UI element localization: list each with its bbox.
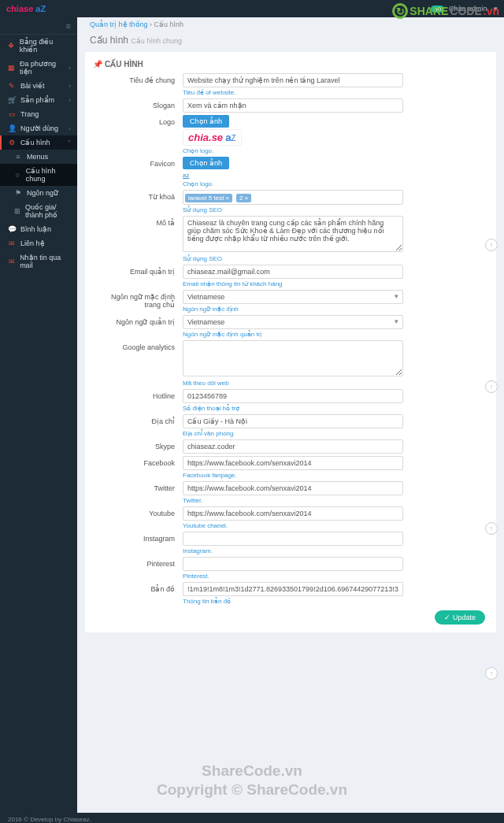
description-textarea[interactable]: Chiaseaz là chuyên trang cung cấp các sả… [183, 216, 403, 252]
slogan-input[interactable] [183, 98, 403, 113]
instagram-input[interactable] [183, 532, 403, 546]
sidebar-item-posts[interactable]: ✎Bài viết‹ [0, 79, 77, 93]
scroll-top-button[interactable]: ↑ [485, 239, 498, 251]
scroll-top-button[interactable]: ↑ [485, 380, 498, 393]
sidebar-sub-language[interactable]: ⚑Ngôn ngữ [0, 186, 77, 200]
pinterest-input[interactable] [183, 557, 403, 571]
arrow-up-icon: ↑ [490, 525, 494, 532]
help-text: Số điện thoại hỗ trợ [183, 403, 488, 412]
tag-remove-icon[interactable]: × [225, 195, 229, 202]
scroll-top-button[interactable]: ↑ [485, 522, 498, 535]
list-icon: ≡ [14, 153, 22, 161]
help-text: Ngôn ngữ mặc định [183, 304, 488, 313]
help-text: Email nhận thông tin từ khách hàng [183, 279, 488, 287]
help-text: Facebook fanpage. [183, 470, 488, 479]
sidebar-item-contact[interactable]: ✉Liên hệ [0, 236, 77, 250]
sidebar-item-config[interactable]: ⚙Cấu hình˅ [0, 135, 77, 150]
title-input[interactable] [183, 73, 403, 87]
sidebar-sub-menus[interactable]: ≡Menus [0, 150, 77, 164]
choose-logo-button[interactable]: Chọn ảnh [183, 115, 229, 128]
dashboard-icon: ❖ [8, 42, 15, 50]
flag-icon: ⚑ [14, 189, 22, 197]
user-icon: 👤 [8, 124, 16, 132]
choose-favicon-button[interactable]: Chọn ảnh [183, 157, 229, 169]
skype-input[interactable] [183, 439, 403, 454]
menu-icon: ≡ [66, 21, 71, 31]
facebook-input[interactable] [183, 456, 403, 470]
site-lang-select[interactable]: Vietnamese [183, 290, 403, 304]
panel-title: 📌CẤU HÌNH [93, 60, 488, 73]
arrow-up-icon: ↑ [490, 241, 494, 249]
sidebar-item-pages[interactable]: ▭Trang [0, 107, 77, 121]
label-site-lang: Ngôn ngữ mặc định trang chủ [93, 290, 183, 309]
label-keywords: Từ khoá [93, 190, 183, 201]
tag: 2× [236, 194, 251, 202]
arrow-up-icon: ↑ [490, 383, 494, 391]
media-icon: ▦ [8, 64, 15, 72]
label-facebook: Facebook [93, 456, 183, 467]
config-panel: 📌CẤU HÌNH Tiêu đề chung Tiêu đề of websi… [85, 52, 496, 632]
help-text: Mã theo dõi web [183, 378, 488, 387]
mail-icon: ✉ [8, 239, 16, 247]
youtube-input[interactable] [183, 506, 403, 521]
label-slogan: Slogan [93, 98, 183, 109]
scroll-top-button[interactable]: ↑ [485, 667, 498, 680]
brand-logo[interactable]: chiase aZ [6, 4, 46, 13]
label-admin-lang: Ngôn ngữ quản trị [93, 315, 183, 326]
arrow-up-icon: ↑ [490, 669, 494, 677]
help-text: Twitter. [183, 495, 488, 504]
sidebar-item-comments[interactable]: 💬Bình luận [0, 222, 77, 236]
logo-preview: chia.se aZ [183, 129, 242, 146]
update-button[interactable]: ✓ Update [435, 610, 485, 625]
label-email: Email quản trị [93, 265, 183, 276]
sidebar: ≡ ❖Bảng điều khiển ▦Đa phương tiện‹ ✎Bài… [0, 17, 77, 813]
label-description: Mô tả [93, 216, 183, 227]
email-input[interactable] [183, 265, 403, 279]
tag-remove-icon[interactable]: × [245, 195, 249, 202]
label-twitter: Twitter [93, 481, 183, 492]
page-icon: ▭ [8, 110, 16, 118]
label-youtube: Youtube [93, 506, 183, 517]
sharecode-watermark-logo: SHARECODE.vn [392, 3, 499, 19]
admin-lang-select[interactable]: Vietnamese [183, 315, 403, 329]
help-text: Ngôn ngữ mặc định quản trị [183, 329, 488, 338]
help-text: Youtube chanel. [183, 521, 488, 529]
sidebar-item-users[interactable]: 👤Người dùng‹ [0, 121, 77, 135]
label-pinterest: Pinterest [93, 557, 183, 568]
sidebar-sub-country[interactable]: ⊞Quốc gia/ thành phố [0, 200, 77, 222]
main-content: Quản trị hệ thống › Cấu hình Cấu hình Cấ… [77, 17, 504, 813]
sidebar-item-media[interactable]: ▦Đa phương tiện‹ [0, 57, 77, 79]
label-title: Tiêu đề chung [93, 73, 183, 84]
label-favicon: Favicon [93, 157, 183, 168]
help-text: Chọn logo. [183, 146, 488, 154]
label-hotline: Hotline [93, 389, 183, 400]
gear-icon: ⚙ [8, 139, 16, 146]
help-text: Thông tin bản đồ [183, 596, 488, 605]
footer: 2016 © Develop by Chiaseaz. [0, 813, 504, 823]
ga-textarea[interactable] [183, 340, 403, 376]
help-text: Pinterest. [183, 571, 488, 580]
hotline-input[interactable] [183, 389, 403, 403]
sidebar-toggle[interactable]: ≡ [0, 17, 77, 35]
sidebar-item-products[interactable]: 🛒Sản phẩm‹ [0, 93, 77, 107]
help-text: Sử dụng SEO [183, 254, 488, 262]
mail-icon: ✉ [8, 258, 15, 265]
map-input[interactable] [183, 582, 403, 596]
page-title: Cấu hình Cấu hình chung [82, 32, 499, 52]
label-instagram: Instagram [93, 532, 183, 543]
chevron-left-icon: ‹ [69, 83, 71, 90]
comment-icon: 💬 [8, 225, 16, 233]
help-text: Tiêu đề of website. [183, 87, 488, 96]
sidebar-item-newsletter[interactable]: ✉Nhận tin qua mail [0, 250, 77, 272]
help-text: Chọn logo. [183, 179, 488, 187]
sidebar-item-dashboard[interactable]: ❖Bảng điều khiển [0, 35, 77, 57]
breadcrumb-link[interactable]: Quản trị hệ thống [90, 20, 148, 28]
label-address: Địa chỉ [93, 414, 183, 425]
twitter-input[interactable] [183, 481, 403, 495]
address-input[interactable] [183, 414, 403, 428]
pin-icon: 📌 [93, 60, 102, 69]
grid-icon: ⊞ [14, 207, 20, 215]
cart-icon: 🛒 [8, 96, 16, 104]
tags-input[interactable]: laravel 5 test× 2× [183, 190, 403, 205]
sidebar-sub-general-config[interactable]: ○Cấu hình chung [0, 164, 77, 186]
